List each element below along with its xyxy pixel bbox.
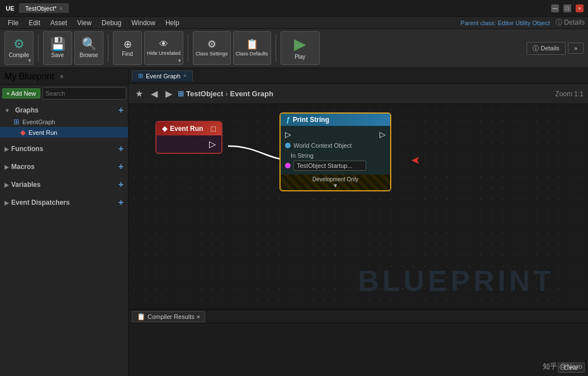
graph-canvas[interactable]: BLUEPRINT ◆ Event Run □ ▷ ƒ [129,104,588,309]
graphs-add-icon[interactable]: + [118,105,124,115]
tab-area: TestObject* × [19,3,69,13]
in-string-row [281,159,390,172]
class-defaults-icon: 📋 [246,39,258,49]
world-context-row: World Context Object [281,140,390,151]
toolbar: ⚙ Compile ▼ 💾 Save 🔍 Browse ⊕ Find 👁 Hid… [0,29,588,68]
graph-tab-close-btn[interactable]: × [183,73,187,79]
dev-only-label: Development Only [312,176,358,182]
macros-add-icon[interactable]: + [118,162,124,172]
menu-view[interactable]: View [73,18,96,27]
tab-label: TestObject* [25,5,56,12]
menu-window[interactable]: Window [127,18,160,27]
breadcrumb-item-0[interactable]: TestObject [186,90,223,98]
clear-button[interactable]: Clear [558,363,585,373]
browse-icon: 🔍 [82,38,97,50]
compiler-body: Clear [129,323,588,376]
title-bar: UE TestObject* × — □ × [0,0,588,17]
close-button[interactable]: × [576,4,584,12]
find-button[interactable]: ⊕ Find [113,31,142,65]
compile-label: Compile [9,52,30,58]
eventgraph-label: EventGraph [22,119,55,125]
browse-button[interactable]: 🔍 Browse [74,31,103,65]
compile-button[interactable]: ⚙ Compile ▼ [4,31,34,65]
minimize-button[interactable]: — [551,4,559,12]
functions-arrow-icon: ▶ [4,146,9,152]
node-event-run[interactable]: ◆ Event Run □ ▷ [155,121,222,154]
compiler-tab-label: Compiler Results [148,313,195,320]
event-run-title: Event Run [170,125,203,133]
print-exec-in-pin: ▷ [285,130,291,139]
zoom-level: Zoom 1:1 [555,90,584,98]
event-dispatchers-add-icon[interactable]: + [118,198,124,208]
event-dispatchers-header[interactable]: ▶ Event Dispatchers + [0,196,128,209]
hide-unrelated-arrow-icon: ▼ [177,58,182,63]
tree-item-eventrun[interactable]: ◆ Event Run [0,127,128,138]
details-button-top[interactable]: ⓘ Details [556,18,585,27]
event-dispatchers-label: Event Dispatchers [11,199,70,206]
variables-header[interactable]: ▶ Variables + [0,178,128,191]
print-exec-row: ▷ ▷ [281,128,390,140]
menu-file[interactable]: File [3,18,23,27]
hide-unrelated-label: Hide Unrelated [147,50,181,57]
menu-edit[interactable]: Edit [24,18,45,27]
title-bar-controls: — □ × [551,4,584,12]
search-bar: + Add New 🔍 ▼ [2,87,126,100]
graph-tab-bar: ⊞ Event Graph × [129,68,588,84]
macros-label: Macros [11,163,35,171]
print-exec-out-pin: ▷ [380,130,386,139]
class-settings-button[interactable]: ⚙ Class Settings [193,31,231,65]
print-string-func-icon: ƒ [286,116,290,124]
compiler-tab[interactable]: 📋 Compiler Results × [132,311,205,322]
compile-arrow-icon: ▼ [27,58,32,63]
hide-unrelated-button[interactable]: 👁 Hide Unrelated ▼ [144,31,183,65]
find-label: Find [122,51,132,57]
toolbar-separator-3 [188,34,188,62]
functions-header[interactable]: ▶ Functions + [0,142,128,156]
forward-nav-btn[interactable]: ▶ [163,87,174,100]
annotation-arrow: ➤ [411,153,420,167]
breadcrumb-graph-icon: ⊞ [178,90,184,98]
add-new-button[interactable]: + Add New [2,88,40,98]
breadcrumb-separator: › [225,90,227,98]
expand-panel-button[interactable]: » [568,43,584,54]
menu-debug[interactable]: Debug [97,18,126,27]
tree-item-eventgraph[interactable]: ⊞ EventGraph [0,116,128,127]
main-tab[interactable]: TestObject* × [19,3,69,13]
variables-add-icon[interactable]: + [118,180,124,190]
left-panel-close-btn[interactable]: × [60,73,64,81]
parent-class-info: Parent class: Editor Utility Object [461,20,550,26]
eventgraph-icon: ⊞ [13,118,20,126]
back-nav-btn[interactable]: ◀ [149,87,160,100]
eventrun-icon: ◆ [20,128,26,137]
node-print-string-header: ƒ Print String [281,114,390,126]
class-defaults-label: Class Defaults [236,51,268,57]
node-print-string[interactable]: ƒ Print String ▷ ▷ World Context Object [279,112,391,191]
macros-arrow-icon: ▶ [4,164,9,170]
tab-close-btn[interactable]: × [59,6,63,12]
maximize-button[interactable]: □ [563,4,571,12]
star-bookmark-btn[interactable]: ★ [133,87,145,100]
class-defaults-button[interactable]: 📋 Class Defaults [233,31,271,65]
left-panel-header: My Blueprint × [0,68,128,85]
graph-tab-eventgraph[interactable]: ⊞ Event Graph × [132,70,193,81]
details-button[interactable]: ⓘ Details [527,42,566,55]
save-button[interactable]: 💾 Save [43,31,72,65]
compiler-tab-close-btn[interactable]: × [197,313,200,320]
graph-tab-icon: ⊞ [138,72,143,79]
macros-section: ▶ Macros + [0,158,128,176]
world-context-pin [285,143,291,148]
functions-add-icon[interactable]: + [118,144,124,154]
toolbar-separator-4 [276,34,276,62]
macros-header[interactable]: ▶ Macros + [0,160,128,173]
play-button[interactable]: ▶ Play [281,31,320,65]
in-string-input[interactable] [293,161,366,171]
eventrun-label: Event Run [29,129,57,136]
event-dispatchers-arrow-icon: ▶ [4,200,9,206]
graphs-header[interactable]: ▼ Graphs + [0,104,128,116]
hide-unrelated-icon: 👁 [159,40,168,49]
search-input[interactable] [42,87,126,100]
save-icon: 💾 [50,38,65,50]
menu-help[interactable]: Help [161,18,184,27]
menu-asset[interactable]: Asset [46,18,72,27]
parent-class-link[interactable]: Editor Utility Object [497,20,550,26]
